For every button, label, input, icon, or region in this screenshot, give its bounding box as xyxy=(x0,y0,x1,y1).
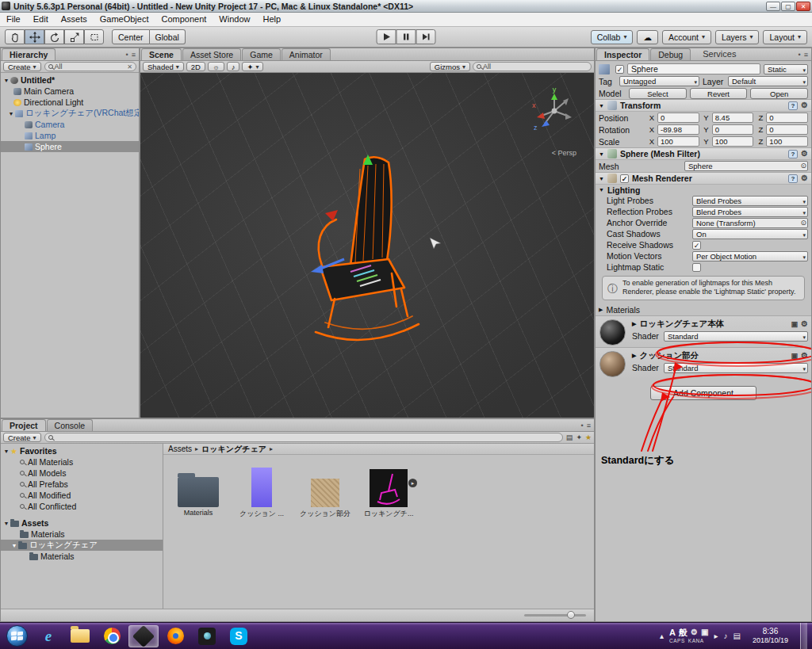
layer-dropdown[interactable]: Default xyxy=(728,76,808,86)
panel-menu-icon[interactable]: ≡ xyxy=(132,51,136,59)
gear-icon[interactable]: ⚙ xyxy=(801,150,808,158)
foldout-icon[interactable]: ▼ xyxy=(2,78,10,83)
layers-dropdown[interactable]: Layers▾ xyxy=(715,30,760,44)
tab-inspector[interactable]: Inspector xyxy=(596,48,649,60)
chrome-taskbar-icon[interactable] xyxy=(97,625,127,647)
favorites-root[interactable]: ▼ ★ Favorites xyxy=(1,445,163,456)
object-name-field[interactable]: Sphere xyxy=(627,63,760,74)
project-search-input[interactable] xyxy=(44,433,563,442)
model-revert-button[interactable]: Revert xyxy=(690,88,748,99)
hierarchy-item-sphere[interactable]: Sphere xyxy=(1,141,139,152)
scene-search-input[interactable]: All xyxy=(473,62,592,71)
material-slot-cushion[interactable]: ▶ クッション部分 ▣⚙ Shader Standard xyxy=(596,347,811,379)
foldout-icon[interactable]: ▼ xyxy=(599,176,604,181)
scene-lighting-toggle[interactable]: ☼ xyxy=(208,62,224,71)
hierarchy-item-lamp[interactable]: Lamp xyxy=(1,130,139,141)
show-desktop-button[interactable] xyxy=(800,623,807,649)
ime-tools-icon[interactable]: ⚙ xyxy=(691,628,698,636)
gear-icon[interactable]: ⚙ xyxy=(801,320,808,328)
media-taskbar-icon[interactable] xyxy=(192,625,222,647)
pause-button[interactable] xyxy=(396,29,416,44)
panel-menu-icon[interactable]: ≡ xyxy=(804,51,808,59)
tree-folder-materials[interactable]: Materials xyxy=(1,529,163,540)
menu-assets[interactable]: Assets xyxy=(55,13,94,26)
ime-mode-general[interactable]: 般 xyxy=(679,628,688,637)
scene-viewport[interactable]: y x z < Persp xyxy=(140,73,594,418)
foldout-icon[interactable]: ▶ xyxy=(599,307,603,313)
unity-taskbar-icon[interactable] xyxy=(128,625,159,647)
hierarchy-item-directional-light[interactable]: Directional Light xyxy=(1,97,139,108)
hierarchy-item-camera[interactable]: Camera xyxy=(1,119,139,130)
menu-help[interactable]: Help xyxy=(256,13,287,26)
hierarchy-create-button[interactable]: Create▾ xyxy=(3,62,41,71)
gear-icon[interactable]: ⚙ xyxy=(801,352,808,360)
anchor-override-field[interactable]: None (Transform)⊙ xyxy=(692,218,808,228)
shading-mode-dropdown[interactable]: Shaded▾ xyxy=(143,62,184,71)
position-x-field[interactable]: 0 xyxy=(657,113,699,123)
panel-menu-icon[interactable]: ≡ xyxy=(587,422,591,429)
transform-header[interactable]: ▼ Transform ?⚙ xyxy=(596,99,811,112)
favorites-all-prefabs[interactable]: All Prefabs xyxy=(1,479,163,490)
account-dropdown[interactable]: Account▾ xyxy=(662,30,711,44)
tree-folder-materials-child[interactable]: Materials xyxy=(1,551,163,562)
preview-toggle-icon[interactable]: ▣ xyxy=(791,320,799,328)
lock-icon[interactable]: • xyxy=(799,51,801,59)
tag-dropdown[interactable]: Untagged xyxy=(619,76,699,86)
foldout-icon[interactable]: ▶ xyxy=(632,353,636,359)
tab-game[interactable]: Game xyxy=(242,48,281,60)
scale-y-field[interactable]: 100 xyxy=(712,136,754,147)
firefox-taskbar-icon[interactable] xyxy=(160,625,190,647)
scale-tool-button[interactable] xyxy=(64,29,84,44)
foldout-icon[interactable]: ▼ xyxy=(599,187,604,193)
pivot-mode-button[interactable]: Center xyxy=(112,29,150,44)
asset-cushion-texture[interactable]: クッション部分 xyxy=(300,463,350,519)
ime-indicator[interactable]: A 般 ⚙ ▣ CAPS KANA xyxy=(669,628,708,644)
gear-icon[interactable]: ⚙ xyxy=(801,174,808,182)
scene-audio-toggle[interactable]: ♪ xyxy=(227,62,240,71)
rotation-y-field[interactable]: 0 xyxy=(712,124,754,135)
model-open-button[interactable]: Open xyxy=(750,88,808,99)
scene-effects-dropdown[interactable]: ✦▾ xyxy=(242,62,263,71)
foldout-icon[interactable]: ▼ xyxy=(2,521,10,526)
position-y-field[interactable]: 8.45 xyxy=(712,113,754,123)
rotate-tool-button[interactable] xyxy=(44,29,64,44)
help-icon[interactable]: ? xyxy=(788,101,798,110)
tab-scene[interactable]: Scene xyxy=(141,48,182,60)
menu-gameobject[interactable]: GameObject xyxy=(94,13,155,26)
breadcrumb-folder[interactable]: ロッキングチェア xyxy=(201,444,266,455)
search-clear-icon[interactable]: ✕ xyxy=(127,63,132,71)
foldout-icon[interactable]: ▼ xyxy=(599,151,604,157)
mesh-renderer-enabled-checkbox[interactable] xyxy=(620,174,629,183)
assets-root[interactable]: ▼ Assets xyxy=(1,517,163,529)
perspective-label[interactable]: < Persp xyxy=(552,149,576,157)
label-filter-icon[interactable]: ✦ xyxy=(576,433,582,441)
tab-asset-store[interactable]: Asset Store xyxy=(182,48,241,60)
cast-shadows-dropdown[interactable]: On xyxy=(692,229,808,239)
close-button[interactable]: ✕ xyxy=(796,2,810,11)
tab-animator[interactable]: Animator xyxy=(282,48,331,60)
asset-expand-icon[interactable]: ▸ xyxy=(408,479,417,487)
volume-icon[interactable]: ♪ xyxy=(724,632,728,640)
position-z-field[interactable]: 0 xyxy=(766,113,808,123)
window-titlebar[interactable]: Unity 5.6.3p1 Personal (64bit) - Untitle… xyxy=(0,0,812,13)
foldout-icon[interactable]: ▼ xyxy=(2,449,10,454)
explorer-taskbar-icon[interactable] xyxy=(65,625,95,647)
menu-edit[interactable]: Edit xyxy=(27,13,55,26)
hierarchy-item-main-camera[interactable]: Main Camera xyxy=(1,86,139,97)
tab-console[interactable]: Console xyxy=(47,419,94,431)
add-component-button[interactable]: Add Component xyxy=(650,386,756,400)
model-select-button[interactable]: Select xyxy=(629,88,687,99)
mesh-renderer-header[interactable]: ▼ Mesh Renderer ?⚙ xyxy=(596,172,811,185)
mesh-filter-header[interactable]: ▼ Sphere (Mesh Filter) ?⚙ xyxy=(596,147,811,160)
move-tool-button[interactable] xyxy=(25,29,44,44)
menu-component[interactable]: Component xyxy=(155,13,213,26)
rect-tool-button[interactable] xyxy=(84,29,104,44)
shader-dropdown-body[interactable]: Standard xyxy=(664,331,808,342)
lock-icon[interactable]: • xyxy=(126,51,128,59)
reflection-probes-dropdown[interactable]: Blend Probes xyxy=(692,207,808,217)
foldout-icon[interactable]: ▼ xyxy=(10,543,18,548)
motion-vectors-dropdown[interactable]: Per Object Motion xyxy=(692,251,808,262)
mesh-object-field[interactable]: Sphere⊙ xyxy=(684,161,808,171)
hierarchy-item-rocking-chair[interactable]: ▼ ロッキングチェア(VRChat想定) xyxy=(1,108,139,119)
tray-expand-icon[interactable]: ▸ xyxy=(714,632,718,640)
